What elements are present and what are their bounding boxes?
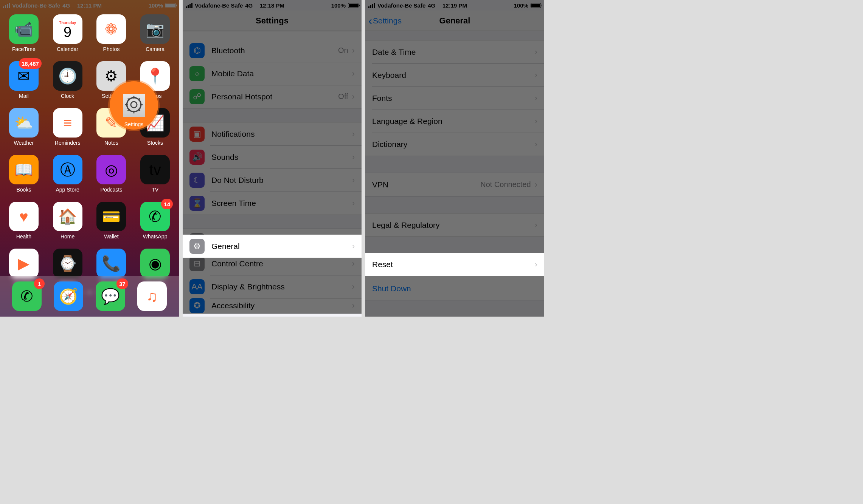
app-whatsapp[interactable]: ✆14WhatsApp [137,202,173,240]
row-do-not-disturb[interactable]: ☾ Do Not Disturb › [183,169,362,192]
app-app-store[interactable]: ⒶApp Store [50,155,85,193]
reminders-icon: ≡ [53,108,82,138]
row-dictionary[interactable]: Dictionary › [365,133,544,156]
app-safari[interactable]: 🧭 [54,281,83,311]
status-bar: Vodafone-Be Safe 4G 12:11 PM 100% [0,0,179,11]
clock-label: 12:18 PM [260,2,284,9]
settings-highlight: Settings [110,81,158,130]
bluetooth-icon: ⌬ [189,43,205,58]
app-facetime[interactable]: 📹FaceTime [6,14,42,52]
dock: ✆1🧭💬37♫ [0,276,179,317]
row-date-time[interactable]: Date & Time › [365,40,544,63]
app-podcasts[interactable]: ◎Podcasts [94,155,129,193]
row-keyboard[interactable]: Keyboard › [365,63,544,87]
chevron-right-icon: › [535,220,537,230]
camera-icon: 📷 [140,14,170,44]
chevron-right-icon: › [352,92,355,102]
app-wallet[interactable]: 💳Wallet [94,202,129,240]
phone-settings-screen: Vodafone-Be Safe 4G 12:18 PM 100% Settin… [183,0,362,317]
app-label: TV [152,187,158,193]
app-label: Camera [146,46,165,52]
app-label: Clock [61,93,74,99]
network-label: 4G [245,2,253,9]
chevron-right-icon: › [352,129,355,139]
app-books[interactable]: 📖Books [6,155,42,193]
page-title: Settings [256,16,289,26]
notifications-icon: ▣ [189,127,205,142]
phone-icon: ✆1 [12,281,42,311]
row-reset-highlight[interactable]: Reset › [365,253,544,276]
signal-icon [186,3,192,8]
status-bar: Vodafone-Be Safe 4G 12:19 PM 100% [365,0,544,11]
row-screen-time[interactable]: ⌛ Screen Time › [183,192,362,215]
safari-icon: 🧭 [54,281,83,311]
wallet-icon: 💳 [96,202,126,231]
messages-icon: 💬37 [96,281,125,311]
row-display-brightness[interactable]: AA Display & Brightness › [183,275,362,298]
chevron-right-icon: › [535,260,537,269]
battery-percent-label: 100% [149,2,163,9]
row-sounds[interactable]: 🔊 Sounds › [183,145,362,169]
clock-icon: 🕘 [53,61,82,91]
app-label: Books [16,187,31,193]
app-weather[interactable]: ⛅Weather [6,108,42,146]
hourglass-icon: ⌛ [189,196,205,211]
chevron-right-icon: › [352,301,355,311]
row-bluetooth[interactable]: ⌬ Bluetooth On › [183,39,362,62]
music-icon: ♫ [137,281,167,311]
row-shut-down[interactable]: Shut Down [365,277,544,300]
battery-icon [165,3,176,8]
chevron-right-icon: › [352,69,355,79]
app-music[interactable]: ♫ [137,281,167,311]
books-icon: 📖 [9,155,39,184]
mail-icon: ✉︎18,487 [9,61,39,91]
chevron-right-icon: › [535,180,537,190]
back-button[interactable]: ‹ Settings [368,15,402,26]
tv-icon: tv [140,155,170,184]
phone-general-screen: Vodafone-Be Safe 4G 12:19 PM 100% ‹ Sett… [365,0,544,317]
row-notifications[interactable]: ▣ Notifications › [183,122,362,145]
row-fonts[interactable]: Fonts › [365,87,544,110]
row-language-region[interactable]: Language & Region › [365,110,544,133]
battery-icon [531,3,541,8]
chevron-right-icon: › [535,116,537,126]
app-home[interactable]: 🏠Home [50,202,85,240]
settings-icon[interactable] [123,94,145,116]
page-title: General [439,16,470,26]
row-mobile-data[interactable]: ⟐ Mobile Data › [183,62,362,85]
app-clock[interactable]: 🕘Clock [50,61,85,99]
app-photos[interactable]: ❁Photos [94,14,129,52]
app-health[interactable]: ♥Health [6,202,42,240]
app-camera[interactable]: 📷Camera [137,14,173,52]
row-personal-hotspot[interactable]: ☍ Personal Hotspot Off › [183,85,362,108]
chevron-right-icon: › [535,70,537,80]
badge: 18,487 [19,58,42,69]
svg-point-1 [131,102,137,108]
carrier-label: Vodafone-Be Safe [195,2,243,9]
badge: 14 [161,199,173,209]
app-label: WhatsApp [143,233,168,240]
weather-icon: ⛅ [9,108,39,138]
row-accessibility[interactable]: ✪ Accessibility › [183,298,362,313]
signal-icon [368,3,375,8]
row-legal-regulatory[interactable]: Legal & Regulatory › [365,213,544,237]
app-tv[interactable]: tvTV [137,155,173,193]
row-general-highlight[interactable]: ⚙︎ General › [183,235,362,258]
app-messages[interactable]: 💬37 [96,281,125,311]
link-icon: ☍ [189,89,205,104]
row-vpn[interactable]: VPN Not Connected › [365,173,544,196]
clock-label: 12:19 PM [442,2,467,9]
app-phone[interactable]: ✆1 [12,281,42,311]
app-reminders[interactable]: ≡Reminders [50,108,85,146]
chevron-right-icon: › [352,46,355,56]
chevron-right-icon: › [352,241,355,251]
app-mail[interactable]: ✉︎18,487Mail [6,61,42,99]
battery-percent-label: 100% [514,2,528,9]
carrier-label: Vodafone-Be Safe [12,2,60,9]
app-label: Reminders [55,140,81,146]
app-calendar[interactable]: Thursday9Calendar [50,14,85,52]
switches-icon: ⊟ [189,256,205,271]
accessibility-icon: ✪ [189,298,205,313]
chevron-right-icon: › [352,282,355,292]
app-label: App Store [56,187,79,193]
